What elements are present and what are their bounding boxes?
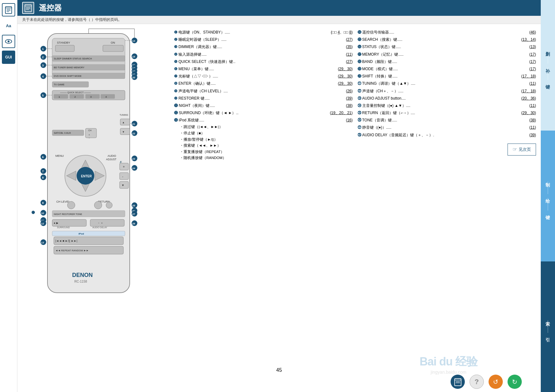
svg-text:14: 14 — [132, 40, 135, 42]
see-next-button[interactable]: ☞ 见次页 — [508, 144, 536, 156]
label-dots-13: ........... — [199, 118, 346, 123]
label-num-18: ⓲ — [358, 59, 361, 65]
label-page-15: (13、14) — [521, 37, 536, 43]
ipod-sub-5: ・重复播放键（REPEAT） — [180, 149, 353, 155]
label-num-9: ❾ — [174, 88, 178, 94]
svg-rect-77 — [52, 231, 125, 236]
label-dots-14: ........... — [389, 30, 529, 35]
label-page-21: (11) — [529, 81, 536, 87]
main-content: 遥控器 关于未在此处说明的按键，请参阅括号（ ）中指明的页码。 STANDBY … — [17, 0, 541, 392]
label-num-19: ⓳ — [358, 66, 361, 72]
svg-rect-17 — [103, 45, 123, 52]
label-page-18: (17) — [529, 59, 536, 65]
nav-settings-icon[interactable]: ↻ — [508, 375, 522, 389]
label-num-7: ❼ — [174, 73, 178, 79]
see-next-container: ☞ 见次页 — [358, 144, 536, 156]
label-page-3: (35) — [346, 44, 352, 50]
svg-text:4: 4 — [105, 95, 107, 98]
svg-text:＋: ＋ — [88, 133, 90, 136]
label-item-2: ❷ 睡眠定时器键（SLEEP） ........... (27) — [174, 36, 353, 43]
svg-text:－  ＋: － ＋ — [97, 222, 103, 224]
label-text-12: SURROUND（环绕）键（◄ ►） — [179, 110, 236, 116]
label-item-7: ❼ 光标键（△▽◁▷） ........... (29、30) — [174, 73, 353, 80]
label-text-11: NIGHT（夜间）键 — [179, 103, 209, 109]
label-page-16: (13) — [529, 44, 536, 50]
label-num-26: ㉖ — [358, 117, 361, 123]
nav-question-icon[interactable]: ? — [470, 375, 484, 389]
svg-text:AUDIO: AUDIO — [108, 154, 116, 157]
label-num-8: ❽ — [174, 81, 178, 87]
svg-text:3: 3 — [42, 64, 44, 67]
label-text-14: 遥控信号传输器 — [362, 29, 389, 35]
nav-refresh-icon[interactable]: ↺ — [489, 375, 503, 389]
label-page-27: (11) — [529, 125, 536, 131]
label-page-7: (29、30) — [338, 73, 353, 79]
label-text-17: MEMORY（记忆）键 — [362, 52, 398, 58]
nav-book-icon[interactable] — [451, 375, 465, 389]
label-dots-7: ........... — [213, 74, 338, 79]
svg-text:2: 2 — [74, 95, 76, 98]
label-text-7: 光标键（△▽◁▷） — [178, 73, 213, 79]
label-text-18: BAND（频段）键 — [362, 59, 392, 65]
label-dots-20: ........... — [392, 74, 521, 79]
label-item-8: ❽ ENTER（确认）键 ........... (29、30) — [174, 80, 353, 87]
svg-text:ON: ON — [111, 41, 115, 44]
label-item-10: ❿ RESTORER 键 ........... (39) — [174, 95, 353, 102]
label-num-17: ⓱ — [358, 52, 361, 58]
sidebar-bot-label: 索 — [545, 318, 551, 319]
label-num-27: ㉗ — [358, 125, 361, 131]
label-num-25: ㉕ — [358, 110, 361, 116]
page-number: 45 — [276, 367, 282, 373]
sidebar-gui-icon[interactable]: GUI — [2, 51, 15, 64]
sidebar-bot-label2: 引 — [545, 334, 551, 335]
label-page-20: (17、18) — [521, 73, 536, 79]
svg-rect-74 — [90, 219, 124, 226]
label-text-24: 主音量控制键（(●) ▲▼） — [362, 103, 406, 109]
label-item-27: ㉗ 静音键（(●)） ........... (11) — [358, 124, 536, 131]
svg-text:◄◄   REPEAT   RANDOM   ►►: ◄◄ REPEAT RANDOM ►► — [55, 249, 89, 252]
label-num-13: ⓭ — [174, 117, 178, 123]
label-num-22: ㉒ — [358, 88, 361, 94]
label-num-6: ❻ — [174, 66, 178, 72]
label-num-14: ⓮ — [358, 29, 361, 35]
sidebar-mid-label: 制 — [545, 179, 551, 180]
label-dots-3: ........... — [217, 45, 346, 49]
svg-text:▼: ▼ — [122, 184, 124, 187]
svg-point-68 — [106, 202, 112, 208]
label-num-4: ❹ — [174, 52, 178, 58]
label-page-22: (17、18) — [521, 88, 536, 94]
svg-text:20: 20 — [132, 76, 135, 79]
svg-text:RC-1158: RC-1158 — [74, 280, 87, 283]
label-text-8: ENTER（确认）键 — [178, 81, 210, 87]
remote-svg: STANDBY ON SLEEP DIMMER STATUS SEARCH BD… — [22, 27, 161, 302]
label-num-3: ❸ — [174, 44, 178, 50]
label-dots-1: ........... — [225, 30, 331, 35]
sidebar-book-icon[interactable] — [2, 3, 15, 16]
page-subtitle: 关于未在此处说明的按键，请参阅括号（ ）中指明的页码。 — [17, 16, 541, 24]
svg-text:4: 4 — [42, 75, 44, 78]
sidebar-aa-icon[interactable]: Aa — [2, 19, 15, 32]
label-dots-18: ........... — [392, 60, 529, 64]
label-item-28: ㉘ AUDIO DELAY（音频延迟）键（＋、－） .. (39) — [358, 132, 536, 139]
label-num-23: ㉓ — [358, 95, 361, 101]
svg-text:CH: CH — [88, 129, 91, 132]
svg-rect-37 — [85, 94, 100, 99]
label-text-1: 电源键（ON、STANDBY） — [178, 29, 225, 35]
labels-right-column: ⓮ 遥控信号传输器 ........... (46) ⓯ SEARCH（搜索）键… — [358, 29, 536, 161]
svg-text:——— QUICK SELECT ———: ——— QUICK SELECT ——— — [60, 91, 91, 94]
sidebar-eyes-icon[interactable] — [2, 35, 15, 48]
label-text-19: MODE（模式）键 — [362, 66, 393, 72]
label-page-14: (46) — [529, 29, 536, 35]
label-page-2: (27) — [346, 37, 352, 43]
label-text-27: 静音键（(●)） — [362, 125, 386, 131]
sidebar-top-label: 删 — [545, 48, 551, 50]
svg-text:+: + — [123, 165, 125, 168]
svg-rect-59 — [120, 173, 128, 180]
label-dots-21: ......... — [411, 82, 529, 86]
label-num-11: ⓫ — [174, 103, 178, 109]
label-dots-19: ........... — [393, 67, 529, 71]
see-next-arrow-icon: ☞ — [513, 145, 517, 154]
svg-text:3: 3 — [90, 95, 92, 98]
label-dots-6: ........... — [209, 67, 338, 71]
label-text-26: TONE（音调）键 — [362, 117, 392, 123]
